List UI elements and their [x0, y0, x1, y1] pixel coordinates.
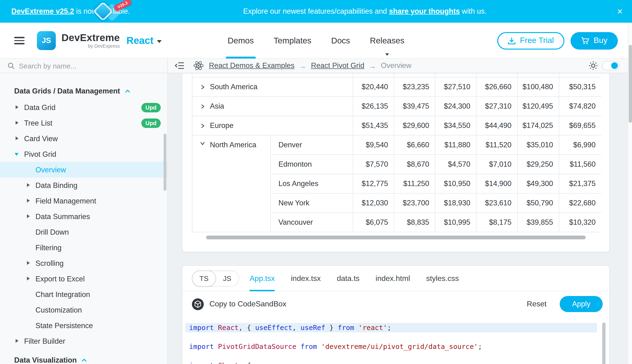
- pivot-data-cell[interactable]: $51,435: [353, 116, 394, 136]
- code-editor[interactable]: import React, { useEffect, useRef } from…: [182, 317, 609, 364]
- language-option-ts[interactable]: TS: [192, 270, 216, 286]
- expand-icon[interactable]: [26, 182, 31, 188]
- pivot-data-cell[interactable]: $34,550: [435, 116, 477, 136]
- close-icon[interactable]: ×: [617, 0, 622, 23]
- pivot-data-cell[interactable]: $10,320: [559, 213, 601, 232]
- nav-templates[interactable]: Templates: [274, 23, 312, 58]
- pivot-rowheader-vancouver[interactable]: Vancouver: [271, 213, 353, 232]
- sidebar-item-filtering[interactable]: Filtering: [0, 240, 167, 256]
- expand-row-icon[interactable]: [200, 104, 205, 109]
- pivot-horizontal-scrollbar[interactable]: [206, 236, 586, 239]
- pivot-rowheader-europe[interactable]: Europe: [192, 116, 353, 136]
- expand-icon[interactable]: [26, 214, 31, 219]
- expand-icon[interactable]: [14, 104, 20, 110]
- pivot-data-cell[interactable]: $74,820: [559, 97, 601, 116]
- pivot-data-cell[interactable]: $8,835: [394, 213, 435, 232]
- pivot-data-cell[interactable]: $12,775: [353, 174, 394, 194]
- pivot-rowheader-north-america[interactable]: North America: [192, 136, 271, 232]
- search-input[interactable]: [19, 62, 132, 70]
- pivot-data-cell[interactable]: $27,510: [435, 78, 477, 97]
- pivot-data-cell[interactable]: $100,480: [518, 78, 559, 97]
- sidebar-item-data-grid[interactable]: Data GridUpd: [0, 100, 167, 115]
- pivot-data-cell[interactable]: $12,030: [353, 194, 394, 213]
- tab-data-ts[interactable]: data.ts: [337, 266, 359, 291]
- pivot-data-cell[interactable]: $27,310: [477, 97, 518, 116]
- sidebar-scrollbar[interactable]: [163, 134, 166, 191]
- nav-docs[interactable]: Docs: [331, 23, 350, 58]
- sidebar-item-card-view[interactable]: Card View: [0, 131, 167, 146]
- breadcrumb-link-pivot-grid[interactable]: React Pivot Grid: [311, 61, 364, 70]
- pivot-data-cell[interactable]: $8,175: [477, 213, 518, 232]
- collapse-icon[interactable]: [14, 151, 20, 157]
- reset-button[interactable]: Reset: [527, 300, 547, 308]
- tab-index-tsx[interactable]: index.tsx: [291, 266, 321, 291]
- pivot-data-cell[interactable]: $7,010: [477, 155, 518, 174]
- banner-version-link[interactable]: DevExtreme v25.2: [11, 7, 74, 16]
- toggle-sidebar-icon[interactable]: [171, 62, 188, 70]
- pivot-data-cell[interactable]: $29,600: [394, 116, 435, 136]
- sidebar-item-export-to-excel[interactable]: Export to Excel: [0, 271, 167, 286]
- pivot-data-cell[interactable]: $10,995: [435, 213, 477, 232]
- sidebar-item-tree-list[interactable]: Tree ListUpd: [0, 115, 167, 131]
- pivot-data-cell[interactable]: $21,375: [559, 174, 601, 194]
- pivot-data-cell[interactable]: $23,235: [394, 78, 435, 97]
- pivot-data-cell[interactable]: $11,520: [477, 136, 518, 155]
- sidebar-item-drill-down[interactable]: Drill Down: [0, 224, 167, 240]
- expand-icon[interactable]: [26, 276, 31, 282]
- pivot-data-cell[interactable]: $26,660: [477, 78, 518, 97]
- pivot-data-cell[interactable]: $23,700: [394, 194, 435, 213]
- pivot-data-cell[interactable]: $10,950: [435, 174, 477, 194]
- pivot-data-cell[interactable]: $11,560: [559, 155, 601, 174]
- pivot-data-cell[interactable]: $4,570: [435, 155, 477, 174]
- pivot-data-cell[interactable]: $22,680: [559, 194, 601, 213]
- language-toggle[interactable]: TS JS: [192, 270, 239, 286]
- pivot-data-cell[interactable]: $26,135: [353, 97, 394, 116]
- pivot-data-cell[interactable]: $23,610: [477, 194, 518, 213]
- pivot-data-cell[interactable]: $6,075: [353, 213, 394, 232]
- nav-releases[interactable]: Releases: [370, 23, 404, 58]
- pivot-data-cell[interactable]: $7,570: [353, 155, 394, 174]
- sidebar-item-overview[interactable]: Overview: [0, 162, 167, 178]
- pivot-rowheader-edmonton[interactable]: Edmonton: [271, 155, 353, 174]
- free-trial-button[interactable]: Free Trial: [497, 32, 564, 49]
- pivot-data-cell[interactable]: $20,440: [353, 78, 394, 97]
- expand-row-icon[interactable]: [200, 84, 205, 90]
- code-vertical-scrollbar[interactable]: [602, 322, 605, 364]
- sidebar-item-scrolling[interactable]: Scrolling: [0, 256, 167, 271]
- sidebar-item-data-summaries[interactable]: Data Summaries: [0, 209, 167, 224]
- tab-styles-css[interactable]: styles.css: [426, 266, 459, 291]
- expand-icon[interactable]: [26, 198, 31, 204]
- pivot-data-cell[interactable]: $39,855: [518, 213, 559, 232]
- pivot-data-cell[interactable]: $35,010: [518, 136, 559, 155]
- theme-toggle[interactable]: [602, 61, 619, 70]
- pivot-data-cell[interactable]: $9,540: [353, 136, 394, 155]
- sidebar-item-filter-builder[interactable]: Filter Builder: [0, 333, 167, 349]
- pivot-data-cell[interactable]: $6,660: [394, 136, 435, 155]
- pivot-data-cell[interactable]: $69,655: [559, 116, 601, 136]
- apply-button[interactable]: Apply: [560, 296, 603, 312]
- pivot-rowheader-new-york[interactable]: New York: [271, 194, 353, 213]
- sidebar-item-chart-integration[interactable]: Chart Integration: [0, 286, 167, 302]
- devextreme-js-logo[interactable]: JS: [37, 31, 56, 50]
- pivot-data-cell[interactable]: $11,880: [435, 136, 477, 155]
- sidebar-item-data-binding[interactable]: Data Binding: [0, 178, 167, 193]
- section-data-visualization[interactable]: Data Visualization: [0, 352, 167, 364]
- framework-selector[interactable]: React: [126, 35, 161, 46]
- breadcrumb-link-demos[interactable]: React Demos & Examples: [209, 61, 295, 70]
- pivot-data-cell[interactable]: $49,300: [518, 174, 559, 194]
- section-data-grids[interactable]: Data Grids / Data Management: [0, 82, 167, 100]
- sidebar-item-pivot-grid[interactable]: Pivot Grid: [0, 146, 167, 162]
- pivot-rowheader-los-angeles[interactable]: Los Angeles: [271, 174, 353, 194]
- pivot-data-cell[interactable]: $39,475: [394, 97, 435, 116]
- pivot-data-cell[interactable]: $11,250: [394, 174, 435, 194]
- sidebar-item-state-persistence[interactable]: State Persistence: [0, 318, 167, 333]
- tab-app-tsx[interactable]: App.tsx: [250, 266, 275, 291]
- pivot-data-cell[interactable]: $29,250: [518, 155, 559, 174]
- pivot-rowheader-south-america[interactable]: South America: [192, 78, 353, 97]
- expand-icon[interactable]: [26, 260, 31, 266]
- tab-index-html[interactable]: index.html: [375, 266, 410, 291]
- share-thoughts-link[interactable]: share your thoughts: [389, 7, 460, 16]
- pivot-data-cell[interactable]: $50,315: [559, 78, 601, 97]
- expand-row-icon[interactable]: [200, 123, 205, 128]
- nav-demos[interactable]: Demos: [228, 23, 254, 58]
